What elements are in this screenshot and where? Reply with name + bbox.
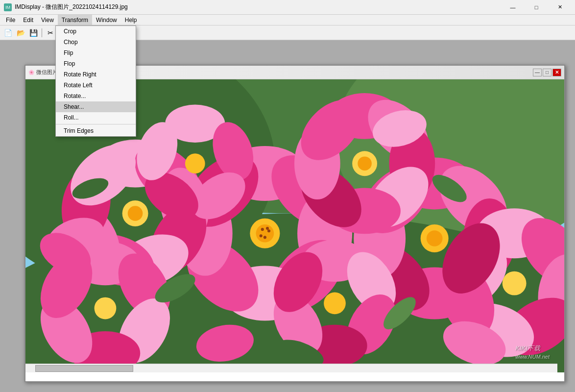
inner-win-controls: — □ ✕ <box>533 69 561 76</box>
svg-point-53 <box>185 153 205 173</box>
svg-point-17 <box>264 236 266 239</box>
toolbar-separator <box>42 28 42 37</box>
inner-maximize-btn[interactable]: □ <box>543 69 551 76</box>
menu-item-crop[interactable]: Crop <box>56 26 136 37</box>
menu-item-rotate[interactable]: Rotate... <box>56 91 136 101</box>
toolbar-cut[interactable]: ✂ <box>45 27 56 39</box>
menu-edit[interactable]: Edit <box>19 15 37 25</box>
watermark-url: www.NUM.net <box>515 354 550 360</box>
menu-item-shear[interactable]: Shear... <box>56 101 136 112</box>
svg-point-16 <box>260 234 263 237</box>
menu-help[interactable]: Help <box>121 15 141 25</box>
toolbar-open[interactable]: 📂 <box>15 27 26 39</box>
svg-point-40 <box>427 230 443 246</box>
menu-view[interactable]: View <box>37 15 58 25</box>
minimize-button[interactable]: — <box>502 2 524 13</box>
menu-separator <box>56 124 136 124</box>
title-bar: IM IMDisplay - 微信图片_20221024114129.jpg —… <box>0 0 575 15</box>
svg-point-70 <box>324 292 346 314</box>
menu-bar: File Edit View Transform Window Help <box>0 15 575 25</box>
transform-dropdown-menu: Crop Chop Flip Flop Rotate Right Rotate … <box>55 25 136 137</box>
app-icon: IM <box>4 3 12 11</box>
menu-item-roll[interactable]: Roll... <box>56 112 136 123</box>
menu-window[interactable]: Window <box>92 15 121 25</box>
inner-window-icon: 🌸 <box>28 70 34 75</box>
menu-item-rotate-left[interactable]: Rotate Left <box>56 80 136 91</box>
watermark: KIKI下载 www.NUM.net <box>515 344 550 360</box>
svg-point-19 <box>261 228 264 231</box>
window-title: IMDisplay - 微信图片_20221024114129.jpg <box>15 3 128 11</box>
close-button[interactable]: ✕ <box>549 2 571 13</box>
svg-point-15 <box>267 229 270 232</box>
toolbar-new[interactable]: 📄 <box>2 27 14 39</box>
menu-item-trim-edges[interactable]: Trim Edges <box>56 125 136 136</box>
watermark-main: KIKI下载 <box>515 344 540 352</box>
svg-point-78 <box>503 271 527 295</box>
menu-file[interactable]: File <box>2 15 19 25</box>
svg-point-63 <box>358 156 372 171</box>
svg-point-47 <box>95 297 117 319</box>
svg-point-18 <box>266 227 269 230</box>
menu-item-flop[interactable]: Flop <box>56 58 136 69</box>
horizontal-scrollbar[interactable] <box>25 364 557 372</box>
menu-item-flip[interactable]: Flip <box>56 48 136 58</box>
inner-minimize-btn[interactable]: — <box>533 69 542 76</box>
scroll-thumb[interactable] <box>35 365 133 372</box>
window-controls: — □ ✕ <box>502 2 571 13</box>
inner-close-btn[interactable]: ✕ <box>552 69 561 76</box>
maximize-button[interactable]: □ <box>525 2 548 13</box>
menu-item-rotate-right[interactable]: Rotate Right <box>56 69 136 80</box>
menu-transform[interactable]: Transform <box>58 15 92 25</box>
svg-point-30 <box>128 206 143 221</box>
menu-item-chop[interactable]: Chop <box>56 37 136 48</box>
toolbar-save[interactable]: 💾 <box>27 27 39 39</box>
svg-point-14 <box>256 224 274 243</box>
title-text: IM IMDisplay - 微信图片_20221024114129.jpg <box>4 3 128 11</box>
